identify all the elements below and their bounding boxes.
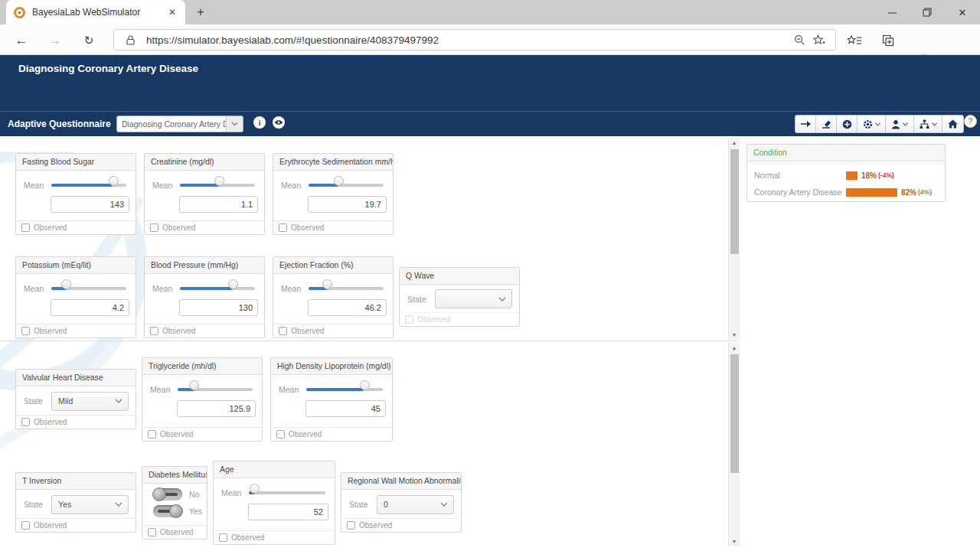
browser-window: BayesiaLab WebSimulator ✕ + ✕ ← → ↻ http… <box>0 0 980 551</box>
slider-thumb[interactable] <box>61 279 71 289</box>
observed-checkbox[interactable] <box>21 223 30 232</box>
observed-checkbox[interactable] <box>405 315 413 324</box>
refresh-button[interactable]: ↻ <box>79 31 99 51</box>
observed-label: Observed <box>289 430 322 439</box>
add-button[interactable] <box>837 116 858 132</box>
observed-checkbox[interactable] <box>279 223 287 232</box>
toggle-switch-yes[interactable] <box>153 505 182 517</box>
scroll-down-icon[interactable]: ▼ <box>729 330 740 340</box>
state-label: State <box>24 500 51 509</box>
help-button[interactable]: ? <box>964 115 977 128</box>
scrollbar-thumb[interactable] <box>730 354 739 473</box>
slider-thumb[interactable] <box>334 176 344 186</box>
state-select[interactable]: 0 <box>377 495 454 514</box>
clear-evidence-button[interactable] <box>816 116 837 132</box>
mean-slider[interactable] <box>249 487 327 498</box>
observed-checkbox[interactable] <box>21 418 30 426</box>
favorites-bar-icon[interactable] <box>845 31 864 50</box>
restore-button[interactable] <box>910 0 945 24</box>
settings-dropdown-button[interactable] <box>858 116 886 132</box>
user-dropdown-button[interactable] <box>886 116 914 132</box>
scrollbar-lower[interactable]: ▲ ▼ <box>728 343 740 546</box>
new-tab-button[interactable]: + <box>191 3 210 21</box>
card-valvular_heart_disease: Valvular Heart DiseaseStateMildObserved <box>15 369 136 429</box>
scroll-down-icon[interactable]: ▼ <box>729 536 740 546</box>
add-favorite-icon[interactable] <box>809 30 829 50</box>
toggle-knob[interactable] <box>152 487 166 501</box>
scrollbar-upper[interactable]: ▲ ▼ <box>728 138 740 340</box>
mean-value-input[interactable] <box>177 400 256 417</box>
card-diabetes_mellitus: Diabetes MellitusNoYesObserved <box>142 466 207 540</box>
toggle-switch-no[interactable] <box>153 488 182 500</box>
mean-value-input[interactable] <box>308 196 387 213</box>
state-select[interactable] <box>435 289 512 308</box>
next-question-button[interactable] <box>795 116 816 132</box>
observed-row: Observed <box>271 427 392 441</box>
address-bar[interactable]: https://simulator.bayesialab.com/#!quest… <box>113 29 836 51</box>
scroll-up-icon[interactable]: ▲ <box>729 343 740 353</box>
card-body: Mean <box>145 274 264 324</box>
toggle-knob[interactable] <box>169 504 183 518</box>
slider-thumb[interactable] <box>189 380 199 390</box>
browser-tab[interactable]: BayesiaLab WebSimulator ✕ <box>6 0 185 24</box>
mean-label: Mean <box>24 284 51 293</box>
mean-slider[interactable] <box>306 384 384 395</box>
observed-checkbox[interactable] <box>150 327 158 335</box>
observed-checkbox[interactable] <box>148 430 156 439</box>
mean-value-input[interactable] <box>248 504 328 520</box>
observed-checkbox[interactable] <box>279 327 287 335</box>
slider-thumb[interactable] <box>214 176 224 186</box>
mean-label: Mean <box>152 181 180 190</box>
observed-checkbox[interactable] <box>219 533 227 542</box>
mean-slider[interactable] <box>180 180 256 191</box>
zoom-out-icon[interactable] <box>789 30 809 50</box>
collections-icon[interactable] <box>879 31 897 50</box>
mean-slider[interactable] <box>51 180 128 191</box>
slider-thumb[interactable] <box>109 176 119 186</box>
home-button[interactable] <box>942 116 963 132</box>
observed-checkbox[interactable] <box>148 528 156 536</box>
mean-value-input[interactable] <box>305 400 386 417</box>
back-button[interactable]: ← <box>11 31 31 51</box>
observed-checkbox[interactable] <box>347 521 355 530</box>
network-dropdown-button[interactable] <box>914 116 942 132</box>
mean-row: Mean <box>16 171 136 189</box>
card-esr: Erythrocyte Sedimentation mm/hMeanObserv… <box>273 153 394 235</box>
scrollbar-thumb[interactable] <box>730 149 739 254</box>
value-row <box>145 292 264 316</box>
mean-slider[interactable] <box>309 180 385 191</box>
tab-close-icon[interactable]: ✕ <box>167 7 178 18</box>
mean-slider[interactable] <box>51 283 128 294</box>
app-toolbar: Adaptive Questionnaire Diagnosing Corona… <box>0 112 980 136</box>
chevron-down-icon <box>109 502 128 507</box>
questionnaire-select[interactable]: Diagnosing Coronary Artery Dis <box>116 116 243 132</box>
mean-value-input[interactable] <box>179 299 258 316</box>
mean-value-input[interactable] <box>308 299 387 316</box>
mean-value-input[interactable] <box>51 299 129 316</box>
observed-label: Observed <box>417 315 450 324</box>
state-select[interactable]: Yes <box>51 495 129 514</box>
mean-value-input[interactable] <box>179 196 258 213</box>
observed-checkbox[interactable] <box>276 430 285 439</box>
info-button[interactable]: i <box>253 116 266 129</box>
slider-thumb[interactable] <box>322 279 332 289</box>
mean-value-input[interactable] <box>51 196 129 213</box>
condition-panel: Condition Normal18%(-4%)Coronary Artery … <box>746 144 946 202</box>
slider-thumb[interactable] <box>360 380 370 390</box>
state-select[interactable]: Mild <box>51 392 129 411</box>
scroll-up-icon[interactable]: ▲ <box>729 138 740 148</box>
eye-button[interactable] <box>273 116 285 129</box>
slider-thumb[interactable] <box>228 279 238 289</box>
card-title: Regional Wall Motion Abnormality <box>341 473 461 490</box>
forward-button[interactable]: → <box>45 31 65 51</box>
observed-checkbox[interactable] <box>21 521 30 530</box>
observed-checkbox[interactable] <box>150 223 158 232</box>
slider-fill <box>180 287 233 290</box>
observed-row: Observed <box>214 530 335 544</box>
minimize-button[interactable] <box>874 0 910 24</box>
close-button[interactable]: ✕ <box>945 0 980 24</box>
mean-slider[interactable] <box>309 283 385 294</box>
observed-checkbox[interactable] <box>21 327 30 335</box>
mean-slider[interactable] <box>178 384 254 395</box>
mean-slider[interactable] <box>180 283 256 294</box>
